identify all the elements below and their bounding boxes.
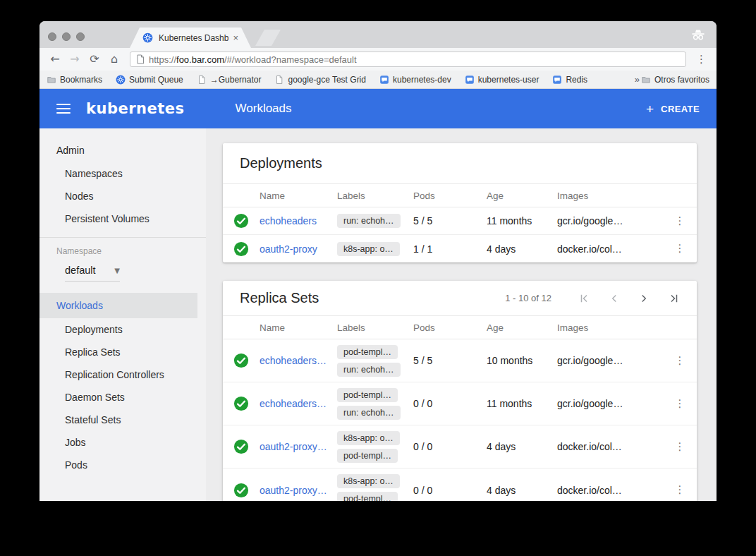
bookmark-item[interactable]: kubernetes-user	[465, 75, 539, 85]
bookmark-item[interactable]: google-gce Test Grid	[274, 75, 366, 85]
kubernetes-favicon-icon	[142, 32, 153, 43]
forward-button[interactable]: →	[66, 54, 83, 65]
bookmark-item[interactable]: kubernetes-dev	[379, 75, 451, 85]
labels-cell: k8s-app: o…pod-templ…	[337, 431, 413, 463]
resource-name-link[interactable]: echoheaders	[260, 215, 317, 226]
row-actions-button[interactable]: ⋮	[675, 398, 685, 410]
address-bar[interactable]: https://foo.bar.com/#/workload?namespace…	[130, 52, 686, 67]
home-button[interactable]: ⌂	[106, 54, 123, 65]
resource-name-link[interactable]: oauth2-proxy…	[260, 441, 327, 452]
labels-cell: pod-templ…run: echoh…	[337, 345, 413, 377]
browser-menu-button[interactable]: ⋮	[693, 53, 709, 66]
next-page-icon	[638, 292, 650, 305]
sidebar-item[interactable]: Namespaces	[39, 162, 206, 185]
row-actions-button[interactable]: ⋮	[675, 484, 685, 496]
bookmarks-left-group: BookmarksSubmit Queue→Gubernatorgoogle-g…	[47, 75, 601, 85]
sidebar-item-admin[interactable]: Admin	[39, 138, 206, 162]
label-chip: run: echoh…	[337, 214, 401, 228]
bookmark-label: Bookmarks	[60, 75, 102, 85]
bookmark-item[interactable]: Otros favoritos	[641, 75, 709, 85]
first-page-icon	[578, 292, 591, 305]
column-header: Images	[557, 322, 663, 333]
bookmarks-right-group: Otros favoritos	[641, 75, 709, 85]
sidebar-item-workloads[interactable]: Workloads	[39, 293, 197, 318]
app-header: kubernetes Workloads + CREATE	[39, 89, 717, 128]
column-header: Pods	[413, 322, 487, 333]
label-chip: run: echoh…	[337, 406, 401, 420]
label-chip: pod-templ…	[337, 449, 398, 463]
sidebar-workload-list: DeploymentsReplica SetsReplication Contr…	[39, 318, 206, 476]
namespace-value: default	[65, 265, 96, 276]
sidebar-item[interactable]: Replica Sets	[39, 341, 206, 363]
status-ok-icon	[233, 213, 249, 229]
label-chip: pod-templ…	[337, 388, 398, 402]
bookmark-item[interactable]: Submit Queue	[116, 75, 183, 85]
sidebar-item[interactable]: Stateful Sets	[39, 409, 206, 431]
column-header: Pods	[413, 191, 487, 201]
table-row: oauth2-proxy k8s-app: o… 1 / 1 4 days do…	[223, 235, 697, 262]
next-page-button[interactable]	[638, 292, 650, 305]
first-page-button[interactable]	[578, 292, 591, 305]
sidebar-item[interactable]: Daemon Sets	[39, 386, 206, 409]
tab-strip: Kubernetes Dashboard ×	[39, 21, 717, 48]
bookmark-label: Otros favoritos	[654, 75, 709, 85]
close-window-button[interactable]	[48, 32, 56, 41]
window-controls	[48, 32, 85, 41]
label-chip: k8s-app: o…	[337, 474, 400, 488]
bookmarks-overflow-chevron[interactable]: »	[635, 74, 640, 85]
resource-name-link[interactable]: oauth2-proxy…	[260, 485, 327, 496]
sidebar-item[interactable]: Replication Controllers	[39, 363, 206, 386]
page-title: Workloads	[236, 102, 292, 116]
sidebar-divider	[39, 237, 206, 238]
namespace-label: Namespace	[39, 246, 206, 256]
label-chip: pod-templ…	[337, 345, 398, 359]
plus-icon: +	[646, 102, 654, 116]
bookmark-label: Submit Queue	[129, 75, 183, 85]
bookmark-label: kubernetes-user	[478, 75, 539, 85]
previous-page-button[interactable]	[608, 292, 621, 305]
last-page-button[interactable]	[667, 292, 680, 305]
table-body: echoheaders run: echoh… 5 / 5 11 months …	[223, 207, 697, 262]
bookmark-item[interactable]: →Gubernator	[197, 75, 262, 85]
back-button[interactable]: ←	[47, 54, 63, 65]
sidebar-item[interactable]: Jobs	[39, 431, 206, 454]
refresh-button[interactable]: ⟳	[86, 54, 103, 65]
namespace-select[interactable]: default ▼	[65, 265, 120, 282]
incognito-icon	[690, 26, 707, 43]
label-chip: k8s-app: o…	[337, 431, 400, 445]
table-header: NameLabelsPodsAgeImages	[223, 183, 697, 207]
row-actions-button[interactable]: ⋮	[675, 243, 685, 255]
browser-toolbar: ← → ⟳ ⌂ https://foo.bar.com/#/workload?n…	[39, 48, 717, 71]
row-actions-button[interactable]: ⋮	[675, 355, 685, 367]
zoom-window-button[interactable]	[76, 32, 85, 41]
create-button[interactable]: + CREATE	[646, 102, 700, 116]
bookmark-item[interactable]: Redis	[552, 75, 587, 85]
images-cell: gcr.io/google…	[557, 398, 663, 409]
bookmark-item[interactable]: Bookmarks	[47, 75, 102, 85]
replica-sets-card: Replica Sets 1 - 10 of 12 NameLabelsPods…	[223, 281, 697, 501]
card-title: Deployments	[240, 155, 322, 171]
minimize-window-button[interactable]	[62, 32, 71, 41]
sidebar-item[interactable]: Nodes	[39, 185, 206, 207]
images-cell: docker.io/col…	[557, 243, 663, 255]
sidebar-item[interactable]: Pods	[39, 454, 206, 476]
tab-close-icon[interactable]: ×	[233, 32, 238, 43]
resource-name-link[interactable]: oauth2-proxy	[260, 243, 317, 255]
chat-icon	[552, 75, 562, 85]
sidebar-item[interactable]: Deployments	[39, 318, 206, 341]
hamburger-menu-icon[interactable]	[56, 104, 71, 114]
new-tab-button[interactable]	[255, 30, 281, 46]
pods-cell: 0 / 0	[413, 485, 487, 496]
resource-name-link[interactable]: echoheaders…	[260, 398, 327, 409]
row-actions-button[interactable]: ⋮	[675, 441, 685, 453]
images-cell: docker.io/col…	[557, 485, 663, 496]
resource-name-link[interactable]: echoheaders…	[260, 355, 327, 366]
row-actions-button[interactable]: ⋮	[675, 215, 685, 227]
label-chip: pod-templ…	[337, 492, 398, 501]
browser-tab[interactable]: Kubernetes Dashboard ×	[130, 28, 251, 48]
pods-cell: 1 / 1	[413, 243, 487, 255]
table-row: echoheaders… pod-templ…run: echoh… 5 / 5…	[223, 339, 697, 382]
label-chip: k8s-app: o…	[337, 242, 400, 256]
sidebar-item[interactable]: Persistent Volumes	[39, 207, 206, 230]
pods-cell: 5 / 5	[413, 215, 487, 226]
